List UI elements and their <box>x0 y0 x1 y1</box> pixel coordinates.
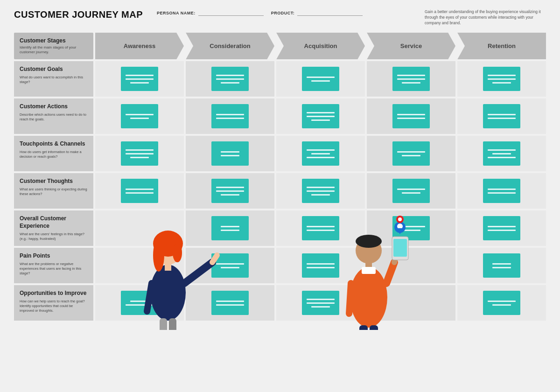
stages-title: Customer Stages <box>20 37 88 44</box>
goals-service-cell[interactable] <box>367 61 455 97</box>
card-line <box>216 263 244 265</box>
card-line <box>307 263 335 265</box>
stages-sub: Identify all the main stages of your cus… <box>20 45 88 55</box>
actions-acquisition-card <box>302 104 339 128</box>
opportunities-awareness-cell[interactable] <box>95 285 184 321</box>
experience-acquisition-cell[interactable] <box>276 210 365 246</box>
touchpoints-awareness-cell[interactable] <box>95 136 184 171</box>
card-line <box>216 114 244 115</box>
actions-awareness-cell[interactable] <box>95 98 184 134</box>
opportunities-consideration-cell[interactable] <box>186 285 274 321</box>
card-line <box>126 149 154 151</box>
pain-service-cell[interactable] <box>367 248 455 283</box>
actions-awareness-card <box>121 104 158 128</box>
card-line <box>216 75 244 76</box>
row-label-opportunities: Opportunities to Improve How can we help… <box>14 285 93 321</box>
card-line <box>307 157 335 158</box>
header: CUSTOMER JOURNEY MAP PERSONA NAME: PRODU… <box>14 9 546 26</box>
actions-service-cell[interactable] <box>367 98 455 134</box>
actions-retention-cell[interactable] <box>457 98 546 134</box>
card-line <box>307 230 335 231</box>
card-line <box>492 82 511 84</box>
stage-service: Service <box>367 33 455 60</box>
opportunities-service-cell[interactable] <box>367 285 455 321</box>
thoughts-acquisition-cell[interactable] <box>276 173 365 209</box>
actions-retention-card <box>483 104 520 128</box>
experience-retention-cell[interactable] <box>457 210 546 246</box>
card-line <box>126 192 154 194</box>
thoughts-awareness-card <box>121 179 158 203</box>
card-line <box>492 153 511 154</box>
experience-acquisition-card <box>302 216 339 240</box>
thoughts-consideration-cell[interactable] <box>186 173 274 209</box>
card-line <box>126 75 154 76</box>
card-line <box>221 226 239 227</box>
card-line <box>216 118 244 119</box>
pain-consideration-cell[interactable] <box>186 248 274 283</box>
card-line <box>221 155 239 156</box>
stage-consideration-label: Consideration <box>210 42 250 49</box>
persona-input[interactable] <box>198 10 264 16</box>
goals-sub: What do users want to accomplish in this… <box>20 75 88 84</box>
goals-awareness-cell[interactable] <box>95 61 184 97</box>
card-line <box>307 149 335 151</box>
goals-title: Customer Goals <box>20 66 88 73</box>
card-line <box>307 116 335 117</box>
header-description: Gain a better understanding of the buyin… <box>425 9 546 26</box>
actions-consideration-card <box>211 104 249 128</box>
touchpoints-acquisition-cell[interactable] <box>276 136 365 171</box>
card-line <box>307 299 335 300</box>
card-line <box>397 78 425 80</box>
product-label: PRODUCT: <box>271 11 295 15</box>
opportunities-acquisition-cell[interactable] <box>276 285 365 321</box>
pain-acquisition-cell[interactable] <box>276 248 365 283</box>
product-field-group: PRODUCT: <box>271 10 363 16</box>
card-line <box>307 226 335 227</box>
card-line <box>311 194 330 196</box>
thoughts-retention-card <box>483 179 520 203</box>
card-line <box>492 263 511 265</box>
actions-service-card <box>392 104 430 128</box>
card-line <box>126 153 154 154</box>
pain-awareness-cell[interactable] <box>95 248 184 283</box>
card-line <box>488 192 516 194</box>
card-line <box>221 194 239 196</box>
goals-consideration-cell[interactable] <box>186 61 274 97</box>
thoughts-service-cell[interactable] <box>367 173 455 209</box>
thoughts-awareness-cell[interactable] <box>95 173 184 209</box>
pain-retention-card <box>483 253 520 278</box>
card-line <box>397 114 425 115</box>
experience-consideration-cell[interactable] <box>186 210 274 246</box>
thoughts-retention-cell[interactable] <box>457 173 546 209</box>
svg-rect-28 <box>359 325 368 330</box>
touchpoints-sub: How do users get information to make a d… <box>20 150 88 159</box>
goals-retention-cell[interactable] <box>457 61 546 97</box>
touchpoints-awareness-card <box>121 141 158 166</box>
touchpoints-consideration-cell[interactable] <box>186 136 274 171</box>
actions-acquisition-cell[interactable] <box>276 98 365 134</box>
experience-awareness-cell[interactable] <box>95 210 184 246</box>
header-fields: PERSONA NAME: PRODUCT: <box>157 10 363 16</box>
stage-awareness-label: Awareness <box>124 42 155 49</box>
thoughts-title: Customer Thoughts <box>20 178 88 185</box>
card-line <box>126 304 154 306</box>
svg-rect-29 <box>370 325 378 330</box>
card-line <box>492 304 511 306</box>
touchpoints-service-card <box>392 141 430 166</box>
row-label-stages: Customer Stages Identify all the main st… <box>14 33 93 60</box>
stage-retention-label: Retention <box>488 42 516 49</box>
touchpoints-retention-cell[interactable] <box>457 136 546 171</box>
pain-retention-cell[interactable] <box>457 248 546 283</box>
card-line <box>216 78 244 80</box>
pain-acquisition-card <box>302 253 339 278</box>
opportunities-acquisition-card <box>302 291 339 315</box>
experience-service-cell[interactable] <box>367 210 455 246</box>
card-line <box>307 267 335 268</box>
product-input[interactable] <box>297 10 363 16</box>
card-line <box>492 267 511 268</box>
opportunities-retention-cell[interactable] <box>457 285 546 321</box>
goals-acquisition-cell[interactable] <box>276 61 365 97</box>
actions-consideration-cell[interactable] <box>186 98 274 134</box>
touchpoints-service-cell[interactable] <box>367 136 455 171</box>
page: { "title": "CUSTOMER JOURNEY MAP", "pers… <box>0 0 560 330</box>
